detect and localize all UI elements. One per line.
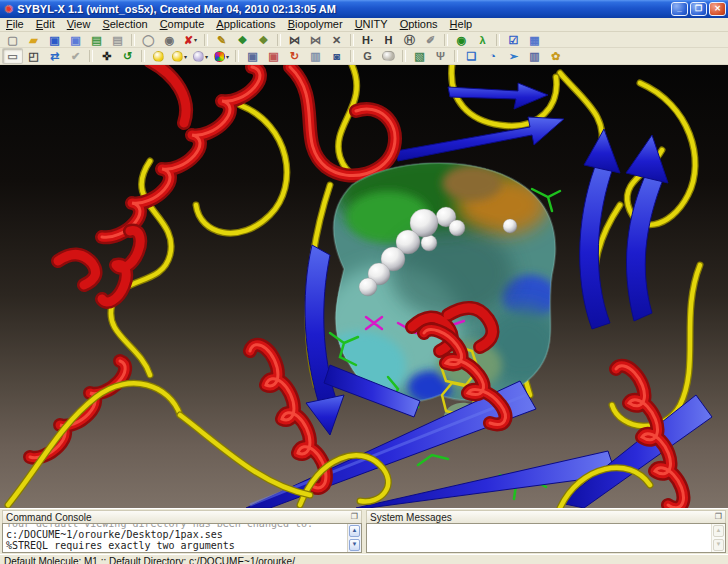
view-molecule-button[interactable]: ❖ [232, 32, 253, 48]
import-file-button[interactable]: ▤ [86, 32, 107, 48]
add-hydrogens-button[interactable]: H∙ [357, 32, 378, 48]
console-output[interactable]: Your default viewing directory has been … [3, 524, 347, 552]
scroll-up-icon[interactable]: ▲ [349, 525, 360, 537]
fit-view-icon: ◰ [28, 50, 38, 62]
status-text: Default Molecule: M1 :: Default Director… [4, 556, 295, 564]
sketch-molecule-icon: ✎ [217, 34, 226, 46]
fit-view-button[interactable]: ◰ [23, 48, 44, 64]
remove-bond-button[interactable]: ✕ [326, 32, 347, 48]
license-seal-button[interactable]: ✿ [545, 48, 566, 64]
rotate-view-button[interactable]: ↻ [284, 48, 305, 64]
open-file-button[interactable]: ▰ [23, 32, 44, 48]
screen-display-button[interactable]: ▭ [2, 48, 23, 64]
new-file-button[interactable]: ▢ [2, 32, 23, 48]
zoom-region-button[interactable]: ▣ [242, 48, 263, 64]
menu-view[interactable]: View [61, 18, 97, 31]
apply-changes-icon: ✔ [71, 50, 80, 62]
delete-button[interactable]: ✘▾ [180, 32, 201, 48]
session-timer-button[interactable]: ◔ [482, 48, 503, 64]
clear-region-button[interactable]: ▣ [263, 48, 284, 64]
mouse-settings-button[interactable] [378, 48, 399, 64]
toolbar-separator [89, 50, 93, 62]
console-line: %STREQL requires exactly two arguments [6, 540, 347, 551]
run-script-icon: λ [479, 34, 485, 46]
menu-biopolymer[interactable]: Biopolymer [282, 18, 349, 31]
menu-applications[interactable]: Applications [210, 18, 281, 31]
menu-file[interactable]: File [0, 18, 30, 31]
add-light-button[interactable] [148, 48, 169, 64]
key-tool-button[interactable]: ✐ [420, 32, 441, 48]
toolbar-row-1: ▢▰▣▣▤▤◯◉✘▾✎❖❖⋈⋈✕H∙HⒽ✐◉λ☑▦ [0, 32, 728, 48]
spreadsheet-check-button[interactable]: ☑ [503, 32, 524, 48]
toolbar-separator [141, 50, 145, 62]
toolbar-separator [350, 50, 354, 62]
new-file-icon: ▢ [7, 34, 17, 46]
save-button[interactable]: ▣ [44, 32, 65, 48]
run-script-button[interactable]: λ [472, 32, 493, 48]
gravity-tool-button[interactable]: G [357, 48, 378, 64]
panel-preferences-icon: ▧ [414, 50, 424, 62]
spreadsheet-button[interactable]: ▦ [524, 32, 545, 48]
mouse-settings-icon [382, 51, 395, 61]
color-palette-button[interactable]: ▾ [211, 48, 232, 64]
minimize-energy-button[interactable]: ◉ [451, 32, 472, 48]
light-off-button[interactable]: ▾ [190, 48, 211, 64]
apply-changes-button[interactable]: ✔ [65, 48, 86, 64]
export-file-button[interactable]: ▤ [107, 32, 128, 48]
toolbar-separator [402, 50, 406, 62]
render-sphere-button[interactable]: ◙ [326, 48, 347, 64]
add-hydrogens-icon: H∙ [362, 34, 373, 46]
toolbar-separator [496, 34, 500, 46]
light-off-icon [193, 51, 204, 62]
console-scrollbar[interactable]: ▲ ▼ [347, 524, 361, 552]
translate-view-button[interactable]: ✜ [96, 48, 117, 64]
toolbar-separator [350, 34, 354, 46]
panel-preferences-button[interactable]: ▧ [409, 48, 430, 64]
molecule-scene: .r1{fill:none;stroke:#8f0b0b;stroke-widt… [0, 65, 728, 508]
import-file-icon: ▤ [91, 34, 101, 46]
toggle-hydrogens-button[interactable]: Ⓗ [399, 32, 420, 48]
menu-help[interactable]: Help [444, 18, 479, 31]
menu-edit[interactable]: Edit [30, 18, 61, 31]
join-fragments-button[interactable]: ⋈ [284, 32, 305, 48]
molecule-display-button[interactable]: ▥ [524, 48, 545, 64]
close-button[interactable]: ✕ [709, 2, 726, 16]
dropdown-arrow-icon: ▾ [184, 53, 187, 60]
app-logo-icon: ✺ [4, 4, 13, 15]
dock-panel-icon[interactable]: ❐ [715, 512, 722, 522]
gravity-tool-icon: G [363, 50, 372, 62]
save-as-button[interactable]: ▣ [65, 32, 86, 48]
menu-options[interactable]: Options [394, 18, 444, 31]
menu-compute[interactable]: Compute [154, 18, 211, 31]
rotate-view-icon: ↻ [290, 50, 299, 62]
command-console-body[interactable]: Your default viewing directory has been … [2, 523, 362, 553]
snapshot-camera-button[interactable]: ◉ [159, 32, 180, 48]
remove-bond-icon: ✕ [332, 34, 341, 46]
minimize-button[interactable]: _ [671, 2, 688, 16]
network-antenna-button[interactable]: Ψ [430, 48, 451, 64]
center-view-button[interactable]: ↺ [117, 48, 138, 64]
translate-view-icon: ✜ [102, 50, 111, 62]
undo-button[interactable]: ◯ [138, 32, 159, 48]
undo-icon: ◯ [142, 34, 154, 46]
menu-selection[interactable]: Selection [96, 18, 153, 31]
light-on-button[interactable]: ▾ [169, 48, 190, 64]
refresh-view-button[interactable]: ⇄ [44, 48, 65, 64]
zoom-region-icon: ▣ [247, 50, 257, 62]
pointer-tool-button[interactable]: ➣ [503, 48, 524, 64]
split-fragments-button[interactable]: ⋈ [305, 32, 326, 48]
viewport-3d[interactable]: .r1{fill:none;stroke:#8f0b0b;stroke-widt… [0, 65, 728, 508]
sketch-molecule-button[interactable]: ✎ [211, 32, 232, 48]
edit-molecule-button[interactable]: ❖ [253, 32, 274, 48]
restore-button[interactable]: ❐ [690, 2, 707, 16]
menu-unity[interactable]: UNITY [349, 18, 394, 31]
dock-panel-icon[interactable]: ❐ [351, 512, 358, 522]
system-messages-title: System Messages [370, 512, 452, 523]
display-properties-button[interactable]: ▥ [305, 48, 326, 64]
scroll-down-icon[interactable]: ▼ [349, 539, 360, 551]
toolbar-separator [204, 34, 208, 46]
show-hydrogens-button[interactable]: H [378, 32, 399, 48]
toolbar-separator [235, 50, 239, 62]
system-messages-body[interactable]: ▲ ▼ [366, 523, 726, 553]
windows-manager-button[interactable]: ❏ [461, 48, 482, 64]
